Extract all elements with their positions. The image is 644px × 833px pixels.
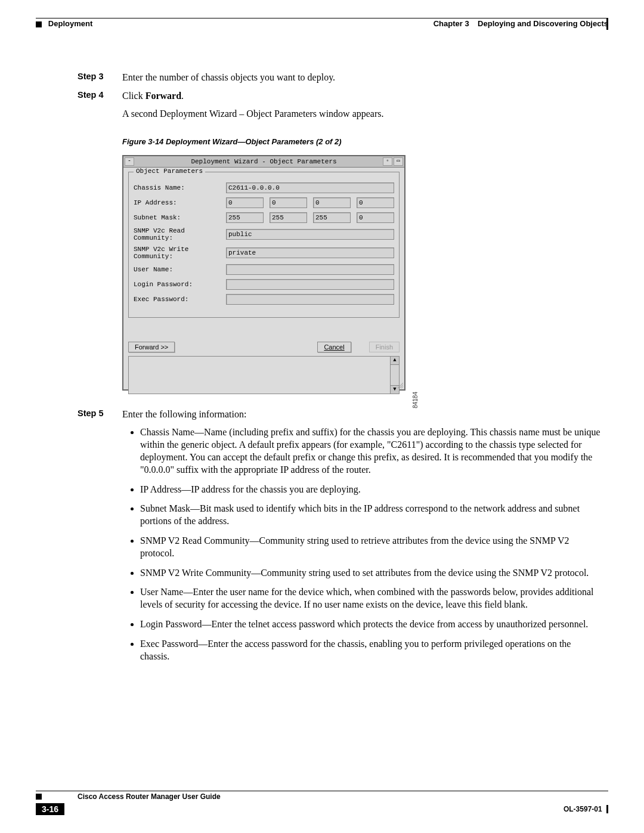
list-item: IP Address—IP address for the chassis yo… [140,484,602,496]
step3-label: Step 3 [78,72,122,84]
mask-octet-1[interactable]: 255 [226,212,264,223]
object-parameters-group: Object Parameters Chassis Name: C2611-0.… [128,172,400,318]
window-titlebar: - Deployment Wizard - Object Parameters … [123,156,404,168]
login-label: Login Password: [134,281,226,288]
step4-label: Step 4 [78,90,122,103]
snmp-write-label: SNMP V2c Write Community: [134,246,226,260]
header-section-right: Chapter 3 Deploying and Discovering Obje… [434,19,608,28]
list-item: Subnet Mask—Bit mask used to identify wh… [140,503,602,528]
login-input[interactable] [226,279,394,290]
mask-octet-4[interactable]: 0 [357,212,394,223]
header-title: Deploying and Discovering Objects [478,19,608,28]
step4-prefix: Click [122,91,145,101]
mask-octet-2[interactable]: 255 [270,212,307,223]
footer-title-row: Cisco Access Router Manager User Guide [36,791,608,801]
exec-input[interactable] [226,294,394,305]
step4-text: Click Forward. [122,90,602,103]
footer-bar-icon [606,805,608,813]
header-chapter: Chapter 3 [434,19,469,28]
list-item: Login Password—Enter the telnet access p… [140,618,602,631]
window-title: Deployment Wizard - Object Parameters [191,158,336,165]
forward-button[interactable]: Forward >> [128,342,175,352]
list-item: Chassis Name—Name (including prefix and … [140,426,602,476]
finish-button: Finish [369,342,400,352]
mask-octet-3[interactable]: 255 [313,212,351,223]
square-icon [36,21,42,27]
mask-label: Subnet Mask: [134,214,226,221]
figure-id: 84184 [412,392,419,408]
sysmenu-icon[interactable]: - [125,157,134,166]
header-left-text: Deployment [48,19,92,28]
list-item: SNMP V2 Read Community—Community string … [140,535,602,560]
list-item: User Name—Enter the user name for the de… [140,586,602,611]
figure-window: - Deployment Wizard - Object Parameters … [122,155,405,391]
step4-suffix: . [181,91,184,101]
exec-label: Exec Password: [134,296,226,303]
snmp-write-input[interactable]: private [226,247,394,258]
cancel-button[interactable]: Cancel [317,342,351,352]
step5-bullets: Chassis Name—Name (including prefix and … [122,426,602,662]
step5-text: Enter the following information: [122,408,602,421]
chassis-input[interactable]: C2611-0.0.0.0 [226,182,394,193]
maximize-icon[interactable]: ▭ [394,157,403,166]
chassis-label: Chassis Name: [134,184,226,191]
user-input[interactable] [226,264,394,275]
step3-text: Enter the number of chassis objects you … [122,72,602,84]
snmp-read-input[interactable]: public [226,229,394,240]
resize-grip-icon[interactable] [396,381,403,388]
square-icon [36,794,42,800]
page-number: 3-16 [36,803,64,815]
list-item: SNMP V2 Write Community—Community string… [140,567,602,580]
header-section-left: Deployment [36,19,92,28]
group-legend: Object Parameters [134,168,205,175]
ip-octet-3[interactable]: 0 [313,197,351,208]
step5-label: Step 5 [78,408,122,421]
step4-bold: Forward [145,91,181,101]
restore-icon[interactable]: ▫ [383,157,392,166]
footer-guide-title: Cisco Access Router Manager User Guide [78,792,221,801]
figure-caption: Figure 3-14 Deployment Wizard—Object Par… [122,137,602,146]
snmp-read-label: SNMP V2c Read Community: [134,227,226,241]
ip-label: IP Address: [134,199,226,206]
scroll-up-icon[interactable]: ▲ [391,357,399,365]
step4-followup: A second Deployment Wizard – Object Para… [122,109,602,119]
ip-octet-2[interactable]: 0 [270,197,307,208]
log-area: ▲ ▼ [128,356,400,394]
user-label: User Name: [134,266,226,273]
header-rule [36,18,608,18]
ip-octet-1[interactable]: 0 [226,197,264,208]
doc-id: OL-3597-01 [564,805,602,813]
list-item: Exec Password—Enter the access password … [140,638,602,663]
ip-octet-4[interactable]: 0 [357,197,394,208]
